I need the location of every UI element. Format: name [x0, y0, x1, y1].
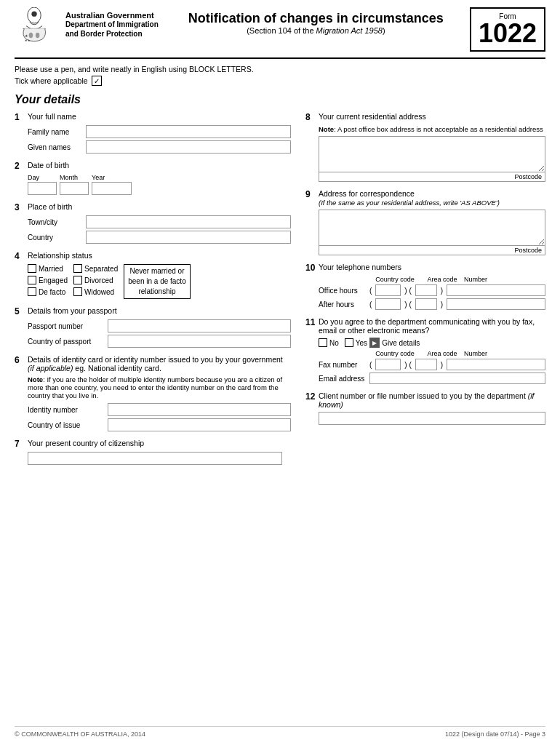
question-8: 8 Your current residential address Note:…: [305, 112, 545, 182]
rel-divorced: Divorced: [73, 276, 118, 284]
fax-num-input[interactable]: [447, 359, 545, 370]
separated-checkbox[interactable]: [73, 264, 82, 273]
q8-label: Your current residential address: [319, 112, 426, 121]
coat-of-arms-icon: ★ ★★: [15, 7, 55, 47]
logo-area: ★ ★★: [15, 7, 58, 49]
question-10: 10 Your telephone numbers Country code A…: [305, 263, 545, 310]
rel-de-facto: De facto: [28, 287, 68, 296]
correspondence-address-input[interactable]: [319, 210, 545, 246]
dob-labels: Day Month Year: [28, 174, 291, 181]
country-passport-row: Country of passport: [28, 335, 291, 348]
identity-number-input[interactable]: [108, 403, 291, 416]
never-married-option[interactable]: Never married orbeen in a de factorelati…: [124, 264, 191, 299]
form-title-area: Notification of changes in circumstances…: [173, 11, 459, 35]
q6-note-bold: Note: [28, 375, 43, 383]
q9-postcode-row: Postcode: [319, 246, 545, 255]
passport-number-input[interactable]: [108, 319, 291, 332]
after-hours-row: After hours ( ) ( ): [319, 298, 545, 310]
country-issue-row: Country of issue: [28, 418, 291, 431]
svg-text:★★: ★★: [25, 39, 31, 42]
fax-cc-input[interactable]: [375, 359, 401, 370]
q9-sub-label: (If the same as your residential address…: [319, 199, 500, 207]
dob-day-input[interactable]: [28, 182, 57, 195]
citizenship-input[interactable]: [28, 452, 282, 465]
identity-number-row: Identity number: [28, 403, 291, 416]
office-hours-label: Office hours: [319, 287, 366, 295]
q11-spacer: [319, 350, 369, 357]
divorced-checkbox[interactable]: [73, 276, 82, 284]
question-2: 2 Date of birth Day Month Year: [15, 161, 291, 195]
country-issue-input[interactable]: [108, 418, 291, 431]
page: ★ ★★ Australian Government Department of…: [0, 0, 560, 745]
question-12: 12 Client number or file number issued t…: [305, 391, 545, 425]
q3-number: 3: [15, 202, 25, 212]
question-7: 7 Your present country of citizenship: [15, 439, 291, 465]
dob-month-input[interactable]: [60, 182, 89, 195]
dob-year-input[interactable]: [92, 182, 132, 195]
footer-design: 1022 (Design date 07/14) - Page 3: [445, 730, 545, 738]
q11-col-headers: Country code Area code Number: [319, 350, 545, 357]
question-11: 11 Do you agree to the department commun…: [305, 317, 545, 384]
q6-note: Note: If you are the holder of multiple …: [28, 375, 291, 399]
rel-col-2: Separated Divorced Widowed: [73, 264, 118, 296]
q11-cc-header: Country code: [369, 350, 420, 357]
question-5: 5 Details from your passport Passport nu…: [15, 306, 291, 348]
q8-postcode-label: Postcode: [514, 173, 542, 180]
yes-label: Yes: [356, 339, 367, 347]
yes-arrow-icon[interactable]: ▶: [369, 338, 380, 348]
gov-text: Australian Government Department of Immi…: [65, 11, 159, 39]
de-facto-checkbox[interactable]: [28, 287, 36, 296]
office-num-input[interactable]: [447, 284, 545, 296]
q9-postcode-label: Postcode: [514, 247, 542, 254]
q4-label: Relationship status: [28, 251, 92, 260]
subtitle-post: ): [383, 26, 385, 35]
instructions: Please use a pen, and write neatly in En…: [15, 65, 545, 86]
office-cc-input[interactable]: [375, 284, 401, 296]
rel-col-1: Married Engaged De facto: [28, 264, 68, 296]
engaged-label: Engaged: [39, 276, 68, 284]
fax-ac-input[interactable]: [415, 359, 437, 370]
rel-widowed: Widowed: [73, 287, 118, 296]
residential-address-input[interactable]: [319, 136, 545, 172]
engaged-checkbox[interactable]: [28, 276, 36, 284]
q1-number: 1: [15, 112, 25, 122]
family-name-label: Family name: [28, 128, 86, 136]
question-6: 6 Details of identity card or identity n…: [15, 355, 291, 431]
header: ★ ★★ Australian Government Department of…: [15, 7, 545, 59]
svg-point-5: [29, 33, 33, 38]
after-ac-input[interactable]: [415, 298, 437, 310]
q8-number: 8: [305, 112, 316, 122]
question-4: 4 Relationship status Married Engaged: [15, 251, 291, 299]
country-passport-input[interactable]: [108, 335, 291, 348]
q9-number: 9: [305, 189, 316, 199]
married-checkbox[interactable]: [28, 264, 36, 273]
q12-number: 12: [305, 391, 316, 402]
after-hours-label: After hours: [319, 300, 366, 308]
q3-country-input[interactable]: [86, 231, 291, 244]
town-city-input[interactable]: [86, 215, 291, 228]
q8-note: Note: A post office box address is not a…: [319, 125, 545, 133]
after-num-input[interactable]: [447, 298, 545, 310]
office-ac-input[interactable]: [415, 284, 437, 296]
svg-point-1: [31, 12, 36, 17]
passport-number-label: Passport number: [28, 322, 108, 330]
footer-copyright: © COMMONWEALTH OF AUSTRALIA, 2014: [15, 730, 145, 738]
instruction-line1: Please use a pen, and write neatly in En…: [15, 65, 545, 73]
given-names-input[interactable]: [86, 140, 291, 154]
identity-number-label: Identity number: [28, 406, 108, 414]
q6-number: 6: [15, 355, 25, 365]
q6-label: Details of identity card or identity num…: [28, 355, 291, 372]
yes-checkbox[interactable]: [345, 338, 353, 347]
q11-num-header: Number: [464, 350, 545, 357]
after-cc-input[interactable]: [375, 298, 401, 310]
section-title: Your details: [15, 93, 545, 106]
separated-label: Separated: [84, 265, 118, 273]
widowed-checkbox[interactable]: [73, 287, 82, 296]
client-number-input[interactable]: [319, 412, 545, 425]
email-input[interactable]: [369, 372, 545, 384]
tick-checkbox[interactable]: ✓: [92, 76, 102, 86]
widowed-label: Widowed: [84, 288, 114, 296]
family-name-input[interactable]: [86, 125, 291, 138]
no-checkbox[interactable]: [319, 338, 327, 347]
q6-label-italic: (if applicable): [28, 364, 73, 372]
